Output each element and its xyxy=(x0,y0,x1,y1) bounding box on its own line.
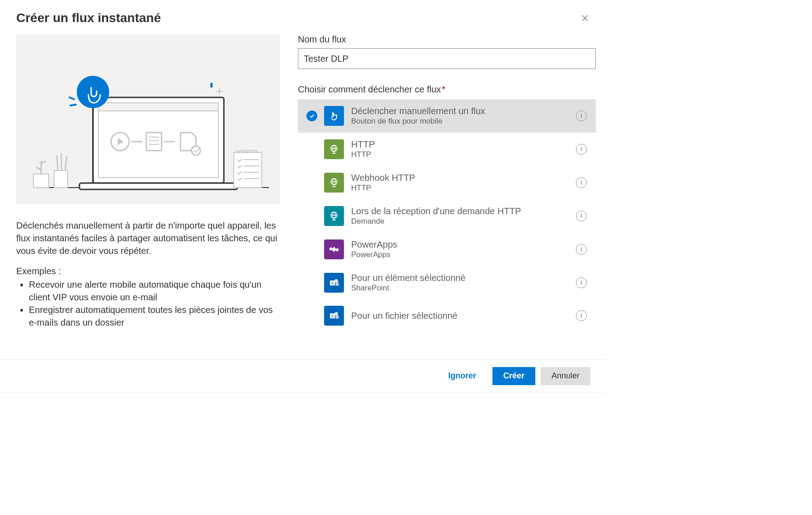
trigger-item[interactable]: SPour un élément sélectionnéSharePointi xyxy=(298,266,596,299)
svg-text:S: S xyxy=(331,314,334,318)
trigger-subtitle: Bouton de flux pour mobile xyxy=(351,116,572,126)
example-item: Recevoir une alerte mobile automatique c… xyxy=(29,278,280,303)
svg-line-16 xyxy=(70,97,74,99)
trigger-text: Pour un élément sélectionnéSharePoint xyxy=(351,272,572,293)
description-text: Déclenchés manuellement à partir de n'im… xyxy=(16,219,280,257)
trigger-text: HTTPHTTP xyxy=(351,139,572,160)
trigger-item[interactable]: SPour un fichier sélectionnéi xyxy=(298,299,596,332)
left-pane: Déclenchés manuellement à partir de n'im… xyxy=(0,34,296,359)
right-pane[interactable]: Nom du flux Choisir comment déclencher c… xyxy=(296,34,607,359)
svg-point-13 xyxy=(191,146,200,155)
trigger-list: Déclencher manuellement un fluxBouton de… xyxy=(298,99,596,332)
required-indicator: * xyxy=(442,84,445,94)
trigger-item[interactable]: HTTPHTTPi xyxy=(298,133,596,166)
trigger-info-button[interactable]: i xyxy=(572,310,590,321)
create-instant-flow-dialog: Créer un flux instantané xyxy=(0,0,607,392)
svg-text:S: S xyxy=(331,281,334,285)
examples-list: Recevoir une alerte mobile automatique c… xyxy=(16,278,280,329)
trigger-info-button[interactable]: i xyxy=(572,177,590,188)
trigger-label-text: Choisir comment déclencher ce flux xyxy=(298,84,441,94)
svg-rect-48 xyxy=(335,248,339,252)
connector-icon: S xyxy=(324,273,344,293)
skip-button[interactable]: Ignorer xyxy=(437,367,487,385)
trigger-info-button[interactable]: i xyxy=(572,211,590,221)
trigger-item[interactable]: Lors de la réception d'une demande HTTPD… xyxy=(298,199,596,233)
svg-rect-26 xyxy=(33,174,49,188)
create-button[interactable]: Créer xyxy=(492,367,535,385)
trigger-subtitle: SharePoint xyxy=(351,283,572,293)
trigger-title: Pour un élément sélectionné xyxy=(351,272,572,283)
connector-icon: S xyxy=(324,306,344,326)
svg-rect-3 xyxy=(98,103,218,111)
connector-icon xyxy=(324,206,344,226)
dialog-title: Créer un flux instantané xyxy=(16,11,161,25)
example-item: Enregistrer automatiquement toutes les p… xyxy=(29,303,280,329)
cancel-button[interactable]: Annuler xyxy=(541,367,590,385)
svg-rect-20 xyxy=(210,83,213,87)
dialog-body: Déclenchés manuellement à partir de n'im… xyxy=(0,34,607,359)
trigger-text: Pour un fichier sélectionné xyxy=(351,310,572,321)
trigger-title: PowerApps xyxy=(351,239,572,250)
svg-line-30 xyxy=(65,156,67,170)
trigger-title: Pour un fichier sélectionné xyxy=(351,310,572,321)
trigger-subtitle: PowerApps xyxy=(351,250,572,260)
connector-icon xyxy=(324,139,344,159)
close-button[interactable] xyxy=(580,13,590,23)
trigger-checkbox[interactable] xyxy=(302,110,322,121)
info-icon: i xyxy=(576,177,587,188)
trigger-subtitle: Demande xyxy=(351,216,572,226)
svg-rect-27 xyxy=(54,170,68,188)
trigger-title: HTTP xyxy=(351,139,572,150)
svg-point-56 xyxy=(335,315,339,319)
svg-point-51 xyxy=(334,279,338,283)
info-icon: i xyxy=(576,310,587,321)
info-icon: i xyxy=(576,244,587,255)
trigger-item[interactable]: Déclencher manuellement un fluxBouton de… xyxy=(298,99,596,133)
trigger-title: Lors de la réception d'une demande HTTP xyxy=(351,206,572,216)
connector-icon xyxy=(324,239,344,259)
trigger-text: Lors de la réception d'une demande HTTPD… xyxy=(351,206,572,226)
trigger-info-button[interactable]: i xyxy=(572,244,590,255)
info-icon: i xyxy=(576,211,587,221)
flow-illustration xyxy=(16,34,280,204)
trigger-text: Déclencher manuellement un fluxBouton de… xyxy=(351,106,572,126)
trigger-title: Webhook HTTP xyxy=(351,172,572,183)
svg-point-52 xyxy=(335,282,339,286)
connector-icon xyxy=(324,106,344,126)
trigger-item[interactable]: Webhook HTTPHTTPi xyxy=(298,166,596,199)
connector-icon xyxy=(324,173,344,193)
close-icon xyxy=(581,14,589,22)
trigger-info-button[interactable]: i xyxy=(572,277,590,288)
check-icon xyxy=(306,110,317,121)
svg-line-28 xyxy=(57,155,58,170)
trigger-subtitle: HTTP xyxy=(351,183,572,193)
trigger-title: Déclencher manuellement un flux xyxy=(351,106,572,116)
svg-rect-4 xyxy=(79,183,237,189)
svg-rect-47 xyxy=(329,247,333,251)
trigger-info-button[interactable]: i xyxy=(572,144,590,155)
trigger-info-button[interactable]: i xyxy=(572,110,590,121)
flow-name-label: Nom du flux xyxy=(298,34,596,45)
trigger-section-label: Choisir comment déclencher ce flux* xyxy=(298,84,596,95)
info-icon: i xyxy=(576,144,587,155)
dialog-footer: Ignorer Créer Annuler xyxy=(0,359,607,392)
info-icon: i xyxy=(576,277,587,288)
svg-point-55 xyxy=(334,312,338,316)
trigger-text: PowerAppsPowerApps xyxy=(351,239,572,260)
dialog-header: Créer un flux instantané xyxy=(0,0,607,34)
examples-label: Exemples : xyxy=(16,266,280,276)
flow-name-input[interactable] xyxy=(298,48,596,69)
trigger-subtitle: HTTP xyxy=(351,150,572,160)
trigger-item[interactable]: PowerAppsPowerAppsi xyxy=(298,233,596,266)
svg-line-17 xyxy=(70,105,76,106)
svg-rect-21 xyxy=(234,152,262,188)
trigger-text: Webhook HTTPHTTP xyxy=(351,172,572,193)
info-icon: i xyxy=(576,110,587,121)
